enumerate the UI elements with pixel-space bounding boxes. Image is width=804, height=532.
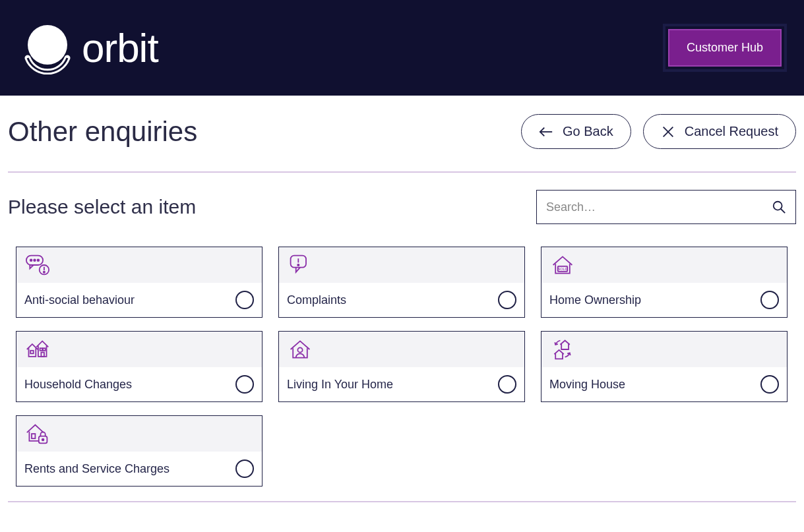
svg-point-15 — [297, 264, 299, 266]
svg-point-22 — [297, 347, 302, 352]
customer-hub-wrap: Customer Hub — [663, 24, 787, 72]
chat-warning-icon — [287, 253, 313, 277]
search-input[interactable] — [546, 200, 772, 214]
main-content: Other enquiries Go Back Cancel Request P… — [0, 96, 804, 502]
logo[interactable]: orbit — [20, 22, 158, 74]
svg-rect-19 — [40, 348, 43, 351]
search-icon — [772, 200, 786, 214]
speech-alert-icon — [24, 253, 51, 277]
options-grid: Anti-social behaviour Complaints — [8, 247, 796, 487]
go-back-label: Go Back — [563, 124, 613, 139]
house-person-icon — [287, 338, 313, 361]
page-title: Other enquiries — [8, 116, 197, 148]
radio-icon — [235, 375, 254, 394]
svg-rect-21 — [41, 353, 44, 357]
cancel-label: Cancel Request — [685, 124, 778, 139]
close-icon — [661, 125, 675, 139]
svg-point-25 — [42, 439, 44, 441]
option-household-changes[interactable]: Household Changes — [16, 331, 263, 402]
customer-hub-button[interactable]: Customer Hub — [668, 29, 782, 67]
svg-point-7 — [30, 259, 32, 261]
svg-rect-23 — [32, 434, 35, 438]
option-rents-service-charges[interactable]: Rents and Service Charges — [16, 415, 263, 487]
option-label: Complaints — [287, 293, 346, 307]
svg-point-9 — [38, 259, 40, 261]
option-label: Home Ownership — [549, 293, 641, 307]
topbar: orbit Customer Hub — [0, 0, 804, 96]
subtitle: Please select an item — [8, 196, 196, 218]
divider-bottom — [8, 501, 796, 502]
option-label: Moving House — [549, 378, 625, 392]
radio-icon — [498, 291, 516, 309]
option-home-ownership[interactable]: SOLD Home Ownership — [541, 247, 788, 318]
search-box[interactable] — [536, 190, 796, 224]
subtitle-row: Please select an item — [8, 190, 796, 224]
option-complaints[interactable]: Complaints — [278, 247, 525, 318]
house-swap-icon — [549, 338, 576, 361]
svg-point-12 — [44, 272, 45, 273]
houses-icon — [24, 338, 51, 361]
svg-rect-20 — [43, 348, 46, 351]
arrow-left-icon — [539, 125, 553, 139]
option-label: Rents and Service Charges — [24, 462, 170, 476]
option-label: Anti-social behaviour — [24, 293, 135, 307]
radio-icon — [498, 375, 516, 394]
radio-icon — [760, 375, 779, 394]
action-buttons: Go Back Cancel Request — [521, 114, 796, 149]
svg-line-5 — [781, 209, 785, 213]
option-living-in-your-home[interactable]: Living In Your Home — [278, 331, 525, 402]
option-moving-house[interactable]: Moving House — [541, 331, 788, 402]
house-lock-icon — [24, 422, 51, 446]
svg-point-0 — [28, 25, 67, 65]
radio-icon — [760, 291, 779, 309]
radio-icon — [235, 459, 254, 478]
option-label: Living In Your Home — [287, 378, 393, 392]
svg-text:SOLD: SOLD — [558, 267, 568, 271]
option-label: Household Changes — [24, 378, 132, 392]
title-row: Other enquiries Go Back Cancel Request — [8, 114, 796, 149]
svg-rect-18 — [30, 351, 34, 354]
house-sold-icon: SOLD — [549, 253, 576, 277]
divider — [8, 171, 796, 173]
svg-point-4 — [774, 202, 782, 210]
go-back-button[interactable]: Go Back — [521, 114, 631, 149]
logo-text: orbit — [82, 24, 158, 71]
radio-icon — [235, 291, 254, 309]
svg-point-8 — [34, 259, 36, 261]
cancel-request-button[interactable]: Cancel Request — [643, 114, 796, 149]
option-anti-social-behaviour[interactable]: Anti-social behaviour — [16, 247, 263, 318]
orbit-logo-icon — [20, 22, 73, 74]
